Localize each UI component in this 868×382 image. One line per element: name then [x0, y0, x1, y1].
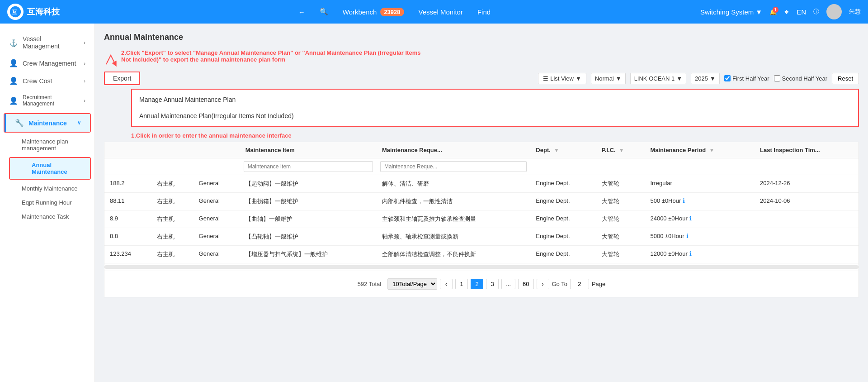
nav-center: ← 🔍 Workbench 23928 Vessel Monitor Find	[89, 8, 700, 16]
sidebar-item-vessel-management[interactable]: ⚓ Vessel Management ›	[0, 31, 94, 54]
reset-button[interactable]: Reset	[832, 73, 859, 84]
page-btn-2[interactable]: 2	[471, 279, 483, 289]
fullscreen-icon[interactable]: ❖	[784, 9, 789, 15]
cell-no: 188.2	[104, 175, 151, 193]
info-icon[interactable]: ℹ	[689, 250, 692, 257]
year-select[interactable]: 2025 ▼	[691, 73, 720, 84]
info-icon[interactable]: ℹ	[683, 197, 685, 204]
info-icon[interactable]: ℹ	[689, 215, 692, 222]
page-btn-60[interactable]: 60	[518, 279, 533, 289]
sidebar-sub-maintenance-plan[interactable]: Maintenance plan management	[0, 134, 94, 155]
page-btn-3[interactable]: 3	[486, 279, 499, 289]
list-view-button[interactable]: ☰ List View ▼	[538, 73, 586, 84]
second-half-checkbox-label[interactable]: Second Half Year	[774, 75, 827, 82]
period-sort-icon: ▼	[709, 148, 714, 153]
table-row: 88.11 右主机 General 【曲拐箱】一般维护 内部机件检查，一般性清洁…	[104, 193, 859, 210]
workbench-badge: 23928	[380, 8, 404, 16]
sidebar-sub-maintenance-task[interactable]: Maintenance Task	[0, 210, 94, 224]
cell-code: 右主机	[151, 175, 193, 193]
cell-last	[755, 228, 859, 246]
recruitment-icon: 👤	[9, 96, 18, 105]
sidebar-label-recruitment: Recruitment Management	[23, 94, 79, 107]
sidebar-item-crew-management[interactable]: 👤 Crew Management ›	[0, 54, 94, 72]
filter-maintenance-req[interactable]	[377, 158, 530, 175]
cell-maintenance-req: 主轴颈和主轴瓦及推力轴承检查测量	[377, 210, 530, 228]
page-size-select[interactable]: 10Total/Page	[387, 278, 437, 290]
list-icon: ☰	[543, 75, 548, 82]
goto-input[interactable]	[570, 279, 589, 289]
table-scrollbar[interactable]	[104, 265, 859, 269]
help-icon[interactable]: ⓘ	[813, 8, 819, 16]
sidebar-sub-annual-maintenance[interactable]: Annual Maintenance	[10, 158, 90, 179]
first-half-checkbox-label[interactable]: First Half Year	[724, 75, 769, 82]
notification-icon[interactable]: 🔔 1	[769, 9, 777, 15]
export-menu-item2[interactable]: Annual Maintenance Plan(Irregular Items …	[132, 108, 858, 124]
th-code	[151, 142, 193, 158]
sidebar-sub-monthly-maintenance[interactable]: Monthly Maintenance	[0, 181, 94, 196]
filter-period	[645, 158, 755, 175]
annual-maintenance-box: Annual Maintenance	[9, 157, 91, 180]
cell-maintenance-item: 【凸轮轴】一般维护	[240, 228, 377, 246]
cell-maintenance-req: 轴承颈、轴承检查测量或换新	[377, 228, 530, 246]
vessel-select[interactable]: LINK OCEAN 1 ▼	[630, 73, 686, 84]
normal-select[interactable]: Normal ▼	[591, 73, 626, 84]
vessel-monitor-nav[interactable]: Vessel Monitor	[419, 8, 463, 16]
first-half-label: First Half Year	[732, 75, 769, 82]
maintenance-item-filter[interactable]	[244, 161, 373, 172]
filter-code	[151, 158, 193, 175]
toolbar: Export ☰ List View ▼ Normal ▼ LINK OCEAN…	[104, 72, 859, 85]
info-icon[interactable]: ℹ	[686, 233, 689, 239]
cell-period: 24000 ±0Hourℹ	[645, 210, 755, 228]
cell-pic: 大管轮	[596, 246, 645, 263]
language-selector[interactable]: EN	[797, 8, 806, 16]
sidebar-item-crew-cost[interactable]: 👤 Crew Cost ›	[0, 72, 94, 90]
page-btn-ellipsis: ...	[501, 279, 515, 289]
first-half-checkbox[interactable]	[724, 75, 731, 81]
page-btn-1[interactable]: 1	[455, 279, 468, 289]
prev-page-btn[interactable]: ‹	[440, 279, 453, 289]
sidebar-sub-eqpt-running[interactable]: Eqpt Running Hour	[0, 196, 94, 210]
cell-period: 500 ±0Hourℹ	[645, 193, 755, 210]
export-dropdown-menu: Manage Annual Maintenance Plan Annual Ma…	[131, 89, 859, 127]
second-half-checkbox[interactable]	[774, 75, 780, 81]
pagination: 592 Total 10Total/Page ‹ 1 2 3 ... 60 › …	[104, 271, 859, 297]
cell-type: General	[193, 246, 240, 263]
filter-type	[193, 158, 240, 175]
cell-pic: 大管轮	[596, 210, 645, 228]
dept-sort-icon: ▼	[554, 148, 559, 153]
table-row: 8.9 右主机 General 【曲轴】一般维护 主轴颈和主轴瓦及推力轴承检查测…	[104, 210, 859, 228]
main-content: Annual Maintenance 2.Click "Export" to s…	[95, 24, 868, 382]
export-menu-item1[interactable]: Manage Annual Maintenance Plan	[132, 91, 858, 108]
workbench-nav[interactable]: Workbench 23928	[343, 8, 404, 16]
maintenance-table: Maintenance Item Maintenance Reque... De…	[104, 142, 859, 263]
table-row: 188.2 右主机 General 【起动阀】一般维护 解体、清洁、研磨 Eng…	[104, 175, 859, 193]
chevron-right-icon4: ›	[84, 98, 85, 103]
next-page-btn[interactable]: ›	[537, 279, 549, 289]
crew-cost-icon: 👤	[9, 76, 18, 85]
find-nav[interactable]: Find	[477, 8, 491, 16]
sidebar-label-maintenance: Maintenance	[28, 119, 67, 127]
maintenance-section-box: 🔧 Maintenance ∨	[4, 113, 91, 133]
arrow1-decoration	[104, 53, 118, 68]
table-filter-row	[104, 158, 859, 175]
maintenance-req-filter[interactable]	[380, 161, 527, 172]
filter-maintenance-item[interactable]	[240, 158, 377, 175]
annotation2-text: 1.Click in order to enter the annual mai…	[131, 132, 292, 139]
search-icon[interactable]: 🔍	[320, 8, 328, 16]
crew-icon: 👤	[9, 59, 18, 67]
sidebar-item-recruitment[interactable]: 👤 Recruitment Management ›	[0, 90, 94, 111]
cell-maintenance-req: 全部解体清洁检查调整，不良件换新	[377, 246, 530, 263]
cell-no: 8.8	[104, 228, 151, 246]
export-button[interactable]: Export	[104, 72, 140, 85]
avatar[interactable]	[826, 4, 842, 19]
toolbar-right: ☰ List View ▼ Normal ▼ LINK OCEAN 1 ▼ 20…	[538, 73, 859, 84]
sidebar-item-maintenance[interactable]: 🔧 Maintenance ∨	[5, 114, 90, 132]
filter-last	[755, 158, 859, 175]
nav-right: Switching System ▼ 🔔 1 ❖ EN ⓘ 朱慧	[700, 4, 861, 19]
cell-last: 2024-10-06	[755, 193, 859, 210]
sidebar-label-crew: Crew Management	[23, 60, 76, 67]
cell-code: 右主机	[151, 210, 193, 228]
normal-chevron: ▼	[616, 75, 622, 82]
back-icon[interactable]: ←	[298, 8, 305, 16]
switching-system[interactable]: Switching System ▼	[700, 8, 762, 16]
